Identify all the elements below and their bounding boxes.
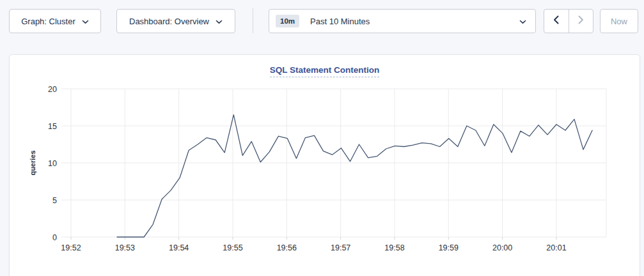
time-range-label: Past 10 Minutes	[310, 17, 370, 26]
series-line-queries	[117, 115, 592, 237]
x-tick-label: 19:56	[277, 243, 297, 252]
toolbar: Graph: Cluster Dashboard: Overview 10m P…	[0, 0, 644, 54]
y-axis-label: queries	[29, 150, 36, 175]
graph-dropdown[interactable]: Graph: Cluster	[9, 9, 101, 33]
chart-card: SQL Statement Contention 0510152019:5219…	[9, 54, 640, 276]
toolbar-divider	[253, 8, 253, 33]
chevron-down-icon	[82, 17, 89, 26]
x-tick-label: 19:57	[331, 243, 350, 252]
x-tick-label: 19:53	[115, 243, 135, 252]
y-tick-label: 15	[48, 122, 57, 131]
chart-title[interactable]: SQL Statement Contention	[270, 65, 380, 77]
time-nav-back-button[interactable]	[544, 10, 569, 33]
x-tick-label: 19:55	[223, 243, 242, 252]
y-tick-label: 0	[52, 233, 57, 242]
x-tick-label: 19:58	[384, 243, 404, 252]
x-tick-label: 20:00	[492, 243, 512, 252]
axis-labels: 0510152019:5219:5319:5419:5519:5619:5719…	[48, 85, 567, 253]
time-range-badge: 10m	[276, 15, 299, 27]
x-tick-label: 20:01	[546, 243, 566, 252]
y-tick-label: 5	[52, 196, 57, 205]
chevron-down-icon	[216, 17, 223, 26]
contention-chart-svg[interactable]: 0510152019:5219:5319:5419:5519:5619:5719…	[10, 55, 641, 276]
x-tick-label: 19:52	[61, 243, 81, 252]
chart-title-wrap: SQL Statement Contention	[10, 55, 640, 77]
y-tick-label: 10	[48, 159, 57, 168]
y-tick-label: 20	[48, 85, 57, 94]
time-nav-forward-button[interactable]	[569, 10, 593, 33]
dashboard-dropdown[interactable]: Dashboard: Overview	[116, 9, 235, 33]
x-tick-label: 19:59	[439, 243, 459, 252]
time-range-picker[interactable]: 10m Past 10 Minutes	[269, 9, 536, 33]
x-tick-label: 19:54	[169, 243, 189, 252]
chevron-left-icon	[553, 15, 559, 27]
time-nav-group	[544, 9, 593, 33]
graph-dropdown-label: Graph: Cluster	[21, 17, 75, 26]
chevron-right-icon	[578, 15, 584, 27]
chevron-down-icon	[519, 15, 526, 27]
now-button[interactable]: Now	[600, 9, 638, 33]
gridlines	[61, 89, 606, 240]
dashboard-dropdown-label: Dashboard: Overview	[129, 17, 209, 26]
